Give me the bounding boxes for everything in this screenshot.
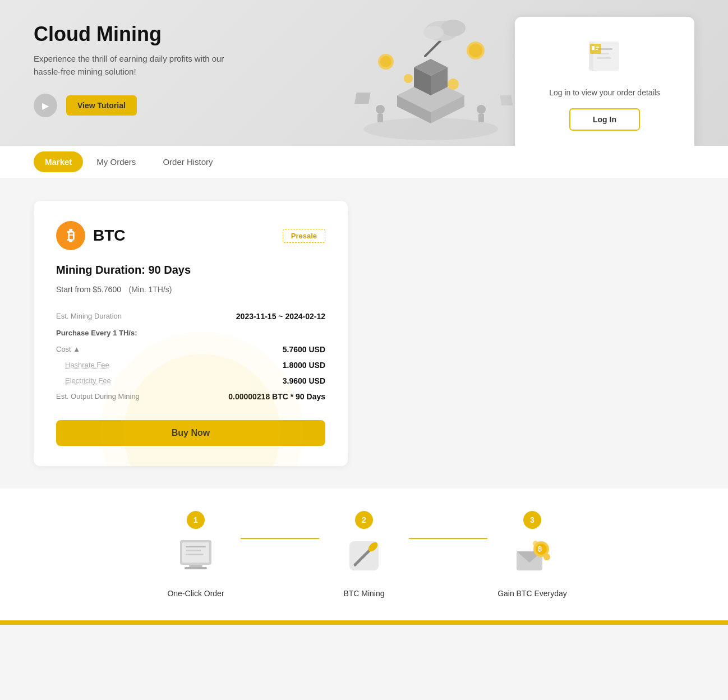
est-mining-value: 2023-11-15 ~ 2024-02-12 — [181, 308, 325, 324]
hashrate-value: 1.8000 USD — [181, 357, 325, 373]
coin-info: ₿ BTC — [56, 221, 126, 250]
step-1: 1 One-Click Order — [151, 511, 241, 598]
svg-rect-21 — [377, 114, 383, 122]
svg-rect-39 — [185, 567, 207, 569]
hero-subtitle: Experience the thrill of earning daily p… — [34, 53, 247, 78]
play-button[interactable]: ▶ — [34, 94, 57, 117]
login-card-text: Log in to view your order details — [543, 88, 666, 97]
nav-tabs: Market My Orders Order History — [0, 146, 728, 178]
gold-bar — [0, 620, 728, 625]
hashrate-label: Hashrate Fee — [56, 357, 181, 373]
electricity-value: 3.9600 USD — [181, 373, 325, 389]
step-connector-1 — [241, 538, 319, 539]
svg-point-17 — [423, 26, 444, 39]
coin-name: BTC — [93, 227, 126, 245]
svg-rect-31 — [596, 47, 599, 48]
login-button[interactable]: Log In — [569, 108, 640, 131]
svg-point-10 — [380, 56, 391, 67]
step-1-label: One-Click Order — [167, 589, 224, 598]
step-1-num: 1 — [187, 511, 205, 529]
login-card: Log in to view your order details Log In — [515, 17, 694, 146]
mining-card: ₿ BTC Presale Mining Duration: 90 Days S… — [34, 201, 348, 466]
mining-illustration — [341, 6, 520, 140]
electricity-row: Electricity Fee 3.9600 USD — [56, 373, 325, 389]
step-1-icon — [176, 536, 216, 582]
buy-now-button[interactable]: Buy Now — [56, 420, 325, 446]
tab-order-history[interactable]: Order History — [149, 146, 226, 178]
hero-title: Cloud Mining — [34, 22, 247, 46]
hero-section: Cloud Mining Experience the thrill of ea… — [0, 0, 728, 146]
purchase-label: Purchase Every 1 TH/s: — [56, 324, 325, 340]
svg-point-50 — [533, 541, 538, 546]
svg-rect-18 — [354, 93, 371, 104]
step-3-num: 3 — [523, 511, 541, 529]
hero-content: Cloud Mining Experience the thrill of ea… — [34, 22, 247, 117]
electricity-label: Electricity Fee — [56, 373, 181, 389]
output-label: Est. Output During Mining — [56, 389, 181, 404]
svg-point-22 — [477, 105, 486, 114]
hashrate-row: Hashrate Fee 1.8000 USD — [56, 357, 325, 373]
svg-rect-34 — [182, 542, 209, 563]
output-value: 0.00000218 BTC * 90 Days — [181, 389, 325, 404]
tab-market[interactable]: Market — [34, 151, 83, 172]
step-2-label: BTC Mining — [343, 589, 384, 598]
cost-label: Cost ▲ — [56, 340, 181, 357]
purchase-row: Purchase Every 1 TH/s: — [56, 324, 325, 340]
svg-rect-23 — [478, 114, 484, 122]
login-card-icon — [543, 39, 666, 79]
mining-duration: Mining Duration: 90 Days — [56, 264, 325, 277]
hero-actions: ▶ View Tutorial — [34, 94, 247, 117]
step-3-label: Gain BTC Everyday — [497, 589, 567, 598]
cost-value: 5.7600 USD — [181, 340, 325, 357]
svg-rect-19 — [500, 95, 513, 105]
card-header: ₿ BTC Presale — [56, 221, 325, 250]
play-icon: ▶ — [42, 100, 49, 111]
min-label: (Min. 1TH/s) — [129, 285, 172, 294]
svg-rect-36 — [186, 550, 201, 551]
step-2-icon — [344, 536, 384, 582]
tab-my-orders[interactable]: My Orders — [83, 146, 149, 178]
est-mining-row: Est. Mining Duration 2023-11-15 ~ 2024-0… — [56, 308, 325, 324]
svg-point-16 — [441, 20, 466, 36]
svg-point-12 — [469, 44, 482, 57]
step-2: 2 BTC Mining — [319, 511, 409, 598]
svg-rect-35 — [186, 546, 206, 547]
svg-point-13 — [448, 79, 459, 90]
hero-illustration — [335, 0, 526, 146]
svg-point-49 — [543, 554, 550, 560]
svg-rect-38 — [189, 565, 202, 567]
step-2-num: 2 — [355, 511, 373, 529]
details-table: Est. Mining Duration 2023-11-15 ~ 2024-0… — [56, 308, 325, 404]
steps-section: 1 One-Click Order 2 — [0, 489, 728, 620]
svg-point-20 — [376, 105, 385, 114]
start-from: Start from $5.7600 (Min. 1TH/s) — [56, 282, 325, 295]
est-mining-label: Est. Mining Duration — [56, 308, 181, 324]
step-3: 3 ₿ Gain BTC Everyday — [487, 511, 577, 598]
svg-rect-32 — [596, 49, 598, 50]
svg-rect-30 — [592, 46, 595, 50]
svg-text:₿: ₿ — [538, 545, 542, 553]
cost-row: Cost ▲ 5.7600 USD — [56, 340, 325, 357]
svg-rect-37 — [186, 554, 204, 555]
view-tutorial-button[interactable]: View Tutorial — [66, 95, 137, 116]
btc-icon: ₿ — [56, 221, 85, 250]
svg-point-14 — [404, 74, 413, 83]
presale-badge: Presale — [283, 229, 325, 243]
step-connector-2 — [409, 538, 487, 539]
output-row: Est. Output During Mining 0.00000218 BTC… — [56, 389, 325, 404]
svg-rect-28 — [597, 57, 611, 59]
main-content: ₿ BTC Presale Mining Duration: 90 Days S… — [0, 178, 728, 489]
step-3-icon: ₿ — [512, 536, 552, 582]
